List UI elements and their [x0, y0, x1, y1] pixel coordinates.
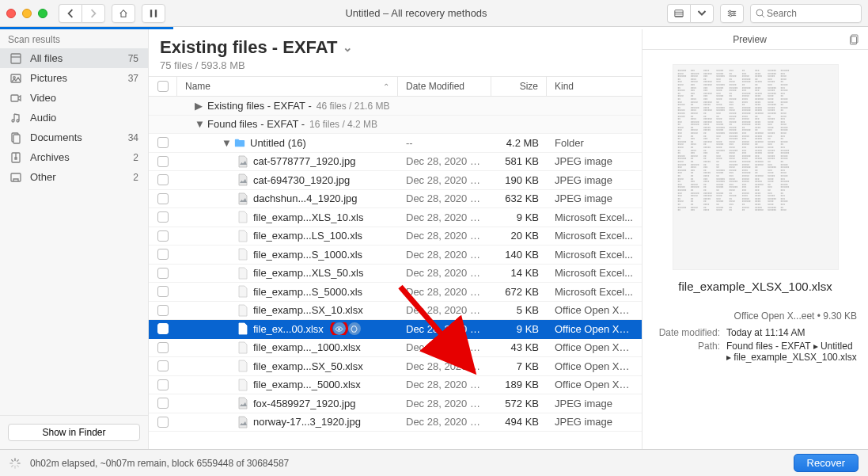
nav-group [59, 4, 105, 23]
chevron-down-icon[interactable]: ⌄ [343, 40, 353, 55]
file-row[interactable]: norway-17...3_1920.jpgDec 28, 2020 at...… [149, 413, 642, 432]
file-size: 9 KB [491, 211, 547, 223]
group-name: Existing files - EXFAT - [207, 100, 312, 112]
sidebar-item-pictures[interactable]: Pictures37 [0, 68, 148, 88]
sidebar-item-all-files[interactable]: All files75 [0, 48, 148, 68]
disclosure-triangle-icon[interactable]: ▼ [195, 118, 203, 130]
file-size: 672 KB [491, 286, 547, 298]
file-kind: JPEG image [547, 174, 642, 186]
svg-rect-14 [11, 173, 21, 181]
show-in-finder-button[interactable]: Show in Finder [8, 424, 140, 441]
row-checkbox[interactable] [157, 193, 169, 204]
row-checkbox[interactable] [157, 268, 169, 279]
scan-status: 0h02m elapsed, ~0h07m remain, block 6559… [30, 458, 784, 469]
file-size: 190 KB [491, 174, 547, 186]
sidebar-header: Scan results [0, 29, 148, 48]
row-checkbox[interactable] [157, 379, 169, 390]
group-row[interactable]: ▼Found files - EXFAT - 16 files / 4.2 MB [149, 116, 642, 135]
header-size[interactable]: Size [491, 77, 547, 96]
disclosure-triangle-icon[interactable]: ▶ [195, 100, 203, 112]
file-row[interactable]: cat-5778777_1920.jpgDec 28, 2020 at...58… [149, 153, 642, 172]
copy-icon[interactable] [849, 34, 860, 45]
file-icon [237, 341, 248, 354]
row-checkbox[interactable] [157, 249, 169, 260]
file-name: file_examp..._1000.xlsx [253, 341, 361, 353]
group-row[interactable]: ▶Existing files - EXFAT - 46 files / 21.… [149, 97, 642, 116]
file-rows[interactable]: ▶Existing files - EXFAT - 46 files / 21.… [149, 97, 642, 449]
search-box[interactable] [750, 4, 862, 23]
row-checkbox[interactable] [157, 286, 169, 297]
disclosure-triangle-icon[interactable]: ▼ [222, 137, 229, 149]
file-row[interactable]: file_examp...LS_100.xlsDec 28, 2020 at..… [149, 227, 642, 246]
file-kind: JPEG image [547, 155, 642, 167]
row-checkbox[interactable] [157, 137, 169, 148]
sidebar-item-documents[interactable]: Documents34 [0, 128, 148, 147]
row-checkbox[interactable] [157, 323, 169, 334]
pause-button[interactable] [142, 4, 165, 23]
back-button[interactable] [59, 4, 81, 23]
close-window-button[interactable] [6, 9, 16, 18]
file-row[interactable]: ▼Untitled (16)--4.2 MBFolder [149, 134, 642, 153]
file-row[interactable]: file_examp...SX_50.xlsxDec 28, 2020 at..… [149, 357, 642, 376]
allfiles-icon [9, 52, 22, 65]
svg-point-3 [730, 14, 732, 17]
header-date[interactable]: Date Modified [398, 77, 491, 96]
row-checkbox[interactable] [157, 211, 169, 223]
file-row[interactable]: file_examp...S_1000.xlsDec 28, 2020 at..… [149, 246, 642, 265]
sidebar-item-count: 34 [128, 132, 138, 143]
recover-button[interactable]: Recover [794, 454, 859, 472]
sidebar-item-label: Audio [30, 112, 131, 124]
minimize-window-button[interactable] [22, 9, 32, 18]
row-checkbox[interactable] [157, 156, 169, 167]
file-row[interactable]: file_examp...XLS_50.xlsDec 28, 2020 at..… [149, 265, 642, 284]
view-mode-group [667, 4, 714, 23]
view-icons-button[interactable] [667, 4, 690, 23]
preview-eye-icon[interactable] [333, 322, 346, 335]
file-kind: Office Open XM... [547, 323, 642, 335]
file-date: Dec 28, 2020 at... [398, 230, 491, 242]
file-row[interactable]: file_ex...00.xlsxDec 28, 2020 at...9 KBO… [149, 320, 642, 339]
file-size: 7 KB [491, 360, 547, 372]
sidebar-item-other[interactable]: Other2 [0, 167, 148, 187]
file-row[interactable]: file_examp...SX_10.xlsxDec 28, 2020 at..… [149, 302, 642, 321]
file-row[interactable]: cat-694730_1920.jpgDec 28, 2020 at...190… [149, 171, 642, 190]
file-row[interactable]: file_examp..._1000.xlsxDec 28, 2020 at..… [149, 339, 642, 358]
row-checkbox[interactable] [157, 417, 169, 428]
preview-path-value: Found files - EXFAT ▸ Untitled ▸ file_ex… [726, 341, 857, 363]
row-checkbox[interactable] [157, 398, 169, 409]
svg-point-2 [733, 12, 735, 14]
file-row[interactable]: fox-4589927_1920.jpgDec 28, 2020 at...57… [149, 394, 642, 413]
svg-line-25 [12, 465, 13, 466]
row-checkbox[interactable] [157, 174, 169, 185]
sidebar-item-audio[interactable]: Audio [0, 108, 148, 128]
file-row[interactable]: file_examp...XLS_10.xlsDec 28, 2020 at..… [149, 208, 642, 227]
header-kind[interactable]: Kind [547, 77, 642, 96]
row-checkbox[interactable] [157, 342, 169, 353]
hex-view-icon[interactable] [348, 322, 361, 335]
sidebar-item-count: 37 [128, 73, 138, 84]
header-checkbox[interactable] [149, 77, 177, 96]
preview-thumbnail: xxxxxx xxx xxxx xxxxx xxx xx xxx xxxxxx … [673, 64, 839, 270]
file-kind: Microsoft Excel... [547, 211, 642, 223]
sidebar-item-video[interactable]: Video [0, 88, 148, 108]
settings-button[interactable] [720, 4, 744, 23]
home-button[interactable] [112, 4, 135, 23]
file-date: Dec 28, 2020 at... [398, 304, 491, 316]
search-input[interactable] [765, 7, 856, 20]
spinner-icon [9, 458, 21, 469]
file-row[interactable]: file_examp..._5000.xlsxDec 28, 2020 at..… [149, 376, 642, 395]
file-kind: Microsoft Excel... [547, 249, 642, 261]
header-name[interactable]: Name⌃ [177, 77, 398, 96]
view-dropdown-button[interactable] [690, 4, 714, 23]
zoom-window-button[interactable] [38, 9, 47, 18]
file-kind: Microsoft Excel... [547, 286, 642, 298]
file-row[interactable]: file_examp...S_5000.xlsDec 28, 2020 at..… [149, 283, 642, 302]
preview-path-label: Path: [654, 341, 720, 363]
sidebar-item-archives[interactable]: Archives2 [0, 147, 148, 167]
svg-rect-8 [11, 95, 18, 101]
row-checkbox[interactable] [157, 305, 169, 316]
forward-button[interactable] [81, 4, 105, 23]
row-checkbox[interactable] [157, 230, 169, 242]
row-checkbox[interactable] [157, 360, 169, 371]
file-row[interactable]: dachshun...4_1920.jpgDec 28, 2020 at...6… [149, 190, 642, 209]
